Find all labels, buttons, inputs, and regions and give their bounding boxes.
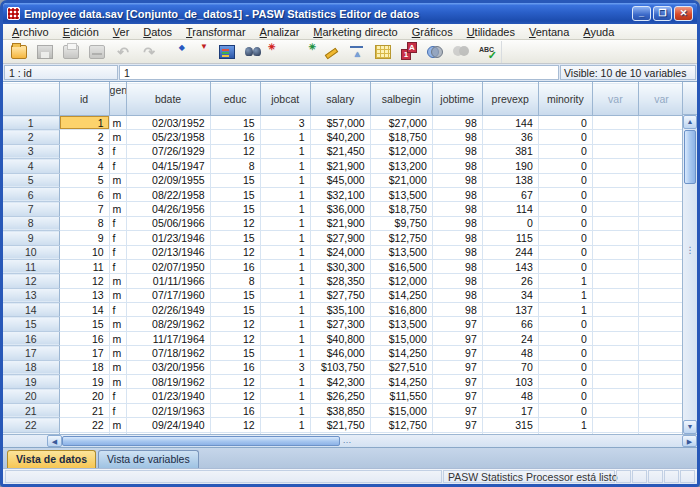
cell-salbegin[interactable]: $21,000 — [370, 173, 432, 187]
tab-data-view[interactable]: Vista de datos — [7, 450, 96, 468]
cell-educ[interactable]: 8 — [210, 274, 260, 288]
cell-jobcat[interactable]: 1 — [260, 403, 310, 417]
cell-bdate[interactable]: 02/19/1963 — [126, 403, 210, 417]
menu-transformar[interactable]: Transformar — [179, 25, 253, 39]
row-number[interactable]: 17 — [3, 346, 59, 360]
cell-minority[interactable]: 0 — [538, 259, 592, 273]
menu-gráficos[interactable]: Gráficos — [405, 25, 460, 39]
cell-jobtime[interactable]: 98 — [432, 288, 482, 302]
cell-bdate[interactable]: 08/19/1962 — [126, 375, 210, 389]
cell-salbegin[interactable]: $18,750 — [370, 202, 432, 216]
cell-salary[interactable]: $42,300 — [310, 375, 370, 389]
variables-button[interactable] — [215, 41, 239, 62]
horizontal-scroll-thumb[interactable] — [62, 436, 340, 446]
cell-bdate[interactable]: 08/29/1962 — [126, 317, 210, 331]
cell-id[interactable]: 2 — [59, 130, 109, 144]
cell-var[interactable] — [638, 360, 682, 374]
cell-salary[interactable]: $36,000 — [310, 202, 370, 216]
cell-educ[interactable]: 12 — [210, 317, 260, 331]
weight-cases-button[interactable] — [345, 41, 369, 62]
cell-var[interactable] — [638, 245, 682, 259]
cell-gender[interactable]: m — [109, 331, 126, 345]
cell-var[interactable] — [592, 130, 638, 144]
cell-gender[interactable]: f — [109, 144, 126, 158]
cell-var[interactable] — [638, 202, 682, 216]
cell-gender[interactable]: f — [109, 159, 126, 173]
cell-salary[interactable]: $103,750 — [310, 360, 370, 374]
cell-var[interactable] — [592, 159, 638, 173]
horizontal-scroll-track[interactable] — [354, 435, 682, 447]
cell-gender[interactable]: f — [109, 389, 126, 403]
cell-educ[interactable]: 12 — [210, 144, 260, 158]
cell-prevexp[interactable]: 115 — [482, 231, 538, 245]
cell-var[interactable] — [638, 231, 682, 245]
cell-salary[interactable]: $38,850 — [310, 403, 370, 417]
cell-salbegin[interactable]: $12,750 — [370, 231, 432, 245]
cell-id[interactable]: 9 — [59, 231, 109, 245]
cell-prevexp[interactable]: 26 — [482, 274, 538, 288]
cell-educ[interactable]: 16 — [210, 259, 260, 273]
cell-educ[interactable]: 12 — [210, 331, 260, 345]
cell-prevexp[interactable]: 66 — [482, 317, 538, 331]
cell-gender[interactable]: m — [109, 274, 126, 288]
cell-salary[interactable]: $27,300 — [310, 317, 370, 331]
cell-bdate[interactable]: 05/06/1966 — [126, 216, 210, 230]
cell-jobtime[interactable]: 98 — [432, 231, 482, 245]
cell-educ[interactable]: 15 — [210, 303, 260, 317]
insert-cases-button[interactable] — [267, 41, 291, 62]
cell-prevexp[interactable]: 67 — [482, 187, 538, 201]
cell-educ[interactable]: 15 — [210, 288, 260, 302]
cell-jobcat[interactable]: 1 — [260, 259, 310, 273]
cell-salbegin[interactable]: $13,500 — [370, 245, 432, 259]
cell-educ[interactable]: 15 — [210, 173, 260, 187]
cell-id[interactable]: 19 — [59, 375, 109, 389]
row-number[interactable]: 4 — [3, 159, 59, 173]
column-header-educ[interactable]: educ — [210, 83, 260, 116]
cell-gender[interactable]: m — [109, 418, 126, 432]
cell-jobcat[interactable]: 1 — [260, 144, 310, 158]
cell-jobcat[interactable]: 1 — [260, 288, 310, 302]
cell-id[interactable]: 16 — [59, 331, 109, 345]
cell-var[interactable] — [638, 274, 682, 288]
cell-educ[interactable]: 16 — [210, 403, 260, 417]
cell-jobtime[interactable]: 97 — [432, 360, 482, 374]
cell-salary[interactable]: $32,100 — [310, 187, 370, 201]
row-number[interactable]: 2 — [3, 130, 59, 144]
cell-id[interactable]: 8 — [59, 216, 109, 230]
cell-prevexp[interactable]: 48 — [482, 389, 538, 403]
cell-id[interactable]: 21 — [59, 403, 109, 417]
row-number[interactable]: 11 — [3, 259, 59, 273]
row-number[interactable]: 13 — [3, 288, 59, 302]
scroll-down-button[interactable]: ▼ — [683, 420, 697, 434]
cell-id[interactable]: 15 — [59, 317, 109, 331]
cell-bdate[interactable]: 11/17/1964 — [126, 331, 210, 345]
cell-minority[interactable]: 0 — [538, 375, 592, 389]
cell-id[interactable]: 10 — [59, 245, 109, 259]
cell-prevexp[interactable]: 34 — [482, 288, 538, 302]
cell-var[interactable] — [592, 144, 638, 158]
cell-var[interactable] — [592, 360, 638, 374]
cell-jobtime[interactable]: 97 — [432, 317, 482, 331]
cell-gender[interactable]: m — [109, 288, 126, 302]
vertical-scrollbar[interactable]: ▲ ⋮ ▼ — [683, 115, 697, 434]
cell-bdate[interactable]: 07/18/1962 — [126, 346, 210, 360]
cell-minority[interactable]: 0 — [538, 317, 592, 331]
cell-salbegin[interactable]: $15,000 — [370, 403, 432, 417]
cell-educ[interactable]: 16 — [210, 130, 260, 144]
cell-educ[interactable]: 15 — [210, 231, 260, 245]
cell-gender[interactable]: f — [109, 259, 126, 273]
cell-minority[interactable]: 0 — [538, 331, 592, 345]
cell-gender[interactable]: m — [109, 346, 126, 360]
row-number[interactable]: 22 — [3, 418, 59, 432]
column-header-gender[interactable]: gender — [109, 83, 126, 116]
cell-gender[interactable]: m — [109, 187, 126, 201]
cell-salary[interactable]: $46,000 — [310, 346, 370, 360]
menu-analizar[interactable]: Analizar — [253, 25, 307, 39]
row-number[interactable]: 5 — [3, 173, 59, 187]
cell-bdate[interactable]: 07/26/1929 — [126, 144, 210, 158]
cell-minority[interactable]: 0 — [538, 245, 592, 259]
cell-gender[interactable]: f — [109, 303, 126, 317]
cell-bdate[interactable]: 08/22/1958 — [126, 187, 210, 201]
menu-datos[interactable]: Datos — [136, 25, 179, 39]
cell-var[interactable] — [592, 303, 638, 317]
